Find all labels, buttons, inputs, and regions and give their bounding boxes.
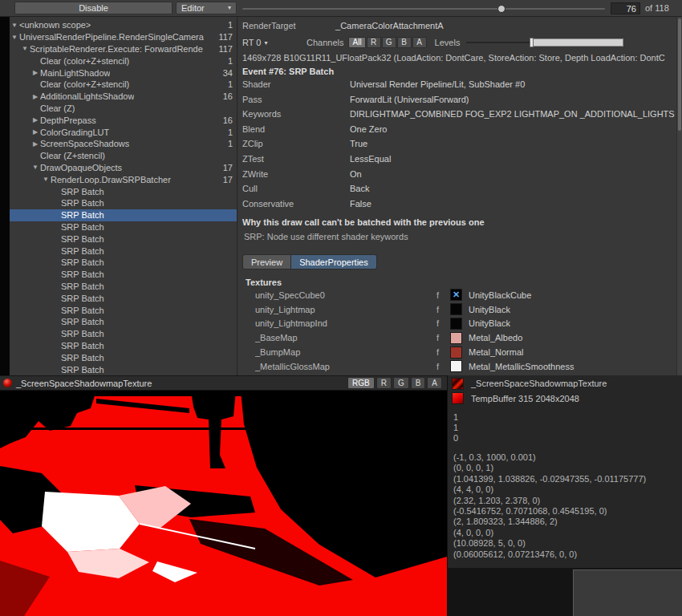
tree-row[interactable]: SRP Batch (10, 304, 237, 316)
tree-row[interactable]: ▶AdditionalLightsShadow16 (10, 91, 237, 103)
levels-label: Levels (435, 38, 461, 47)
event-title: Event #76: SRP Batch (242, 67, 334, 76)
rt-index-dropdown[interactable]: RT 0 ▾ (242, 38, 302, 47)
foldout-closed-icon[interactable]: ▶ (30, 69, 40, 76)
texture-flag: f (436, 290, 450, 300)
texture-row[interactable]: TempBuffer 315 2048x2048 (452, 391, 607, 407)
channel-button-r[interactable]: R (367, 37, 381, 48)
vector-value: (-0.5416752, 0.7071068, 0.4545195, 0) (453, 506, 646, 517)
render-target-row: RenderTarget _CameraColorAttachmentA (242, 21, 444, 30)
levels-slider-range[interactable] (533, 38, 624, 47)
foldout-open-icon[interactable]: ▼ (30, 164, 40, 171)
tree-row[interactable]: SRP Batch (10, 292, 237, 304)
texture-row[interactable]: _ScreenSpaceShadowmapTexture (452, 376, 607, 391)
preview-channel-g[interactable]: G (393, 377, 409, 389)
tree-row-label: SRP Batch (61, 282, 104, 291)
tab-shaderproperties[interactable]: ShaderProperties (291, 254, 377, 270)
tree-row[interactable]: SRP Batch (10, 245, 237, 257)
tree-row-label: Clear (color+Z+stencil) (40, 79, 129, 89)
scrollbar-thumb[interactable] (678, 18, 681, 131)
tree-row[interactable]: SRP Batch (10, 340, 237, 352)
tree-row[interactable]: Clear (color+Z+stencil)1 (10, 55, 237, 67)
tree-row[interactable]: SRP Batch (10, 269, 237, 281)
editor-target-dropdown[interactable]: Editor ▾ (176, 2, 237, 14)
foldout-closed-icon[interactable]: ▶ (30, 128, 40, 136)
tree-row[interactable]: SRP Batch (10, 233, 237, 245)
tree-row[interactable]: SRP Batch (10, 221, 237, 233)
foldout-open-icon[interactable]: ▼ (41, 176, 51, 183)
foldout-open-icon[interactable]: ▼ (10, 34, 19, 41)
tab-preview[interactable]: Preview (242, 254, 291, 270)
preview-channel-b[interactable]: B (411, 377, 426, 389)
channels-label: Channels (306, 38, 343, 47)
texture-row[interactable]: _BaseMapfMetal_Albedo (237, 330, 676, 345)
frame-slider[interactable] (242, 8, 605, 10)
tree-row[interactable]: SRP Batch (10, 209, 237, 221)
event-tree: ▼<unknown scope>1▼UniversalRenderPipelin… (10, 17, 237, 375)
frame-slider-thumb[interactable] (497, 5, 505, 13)
texture-row[interactable]: unity_SpecCube0fUnityBlackCube (237, 288, 676, 302)
toolbar: Disable Editor ▾ 76 of 118 (0, 0, 682, 17)
tree-row[interactable]: ▼ScriptableRenderer.Execute: ForwardRend… (10, 43, 237, 55)
texture-row[interactable]: _BumpMapfMetal_Normal (237, 345, 676, 359)
foldout-closed-icon[interactable]: ▶ (30, 93, 40, 100)
tree-row-label: DrawOpaqueObjects (40, 163, 122, 172)
texture-row[interactable]: _MetallicGlossMapfMetal_MetallicSmoothne… (237, 359, 676, 374)
details-scrollbar[interactable] (676, 17, 682, 375)
tree-row[interactable]: Clear (Z) (10, 103, 237, 115)
tree-row[interactable]: SRP Batch (10, 351, 237, 363)
property-label: ZWrite (242, 169, 350, 179)
vector-value: (2, 1.809323, 1.344886, 2) (453, 517, 646, 527)
tree-row[interactable]: SRP Batch (10, 185, 237, 197)
preview-channel-r[interactable]: R (376, 377, 392, 389)
preview-channel-a[interactable]: A (427, 377, 442, 389)
channel-buttons: AllRGBA (348, 37, 426, 48)
channel-button-b[interactable]: B (397, 37, 412, 48)
tree-row[interactable]: ▶DepthPrepass16 (10, 114, 237, 126)
foldout-open-icon[interactable]: ▼ (10, 22, 19, 29)
tree-row[interactable]: ▶ColorGradingLUT1 (10, 126, 237, 138)
tree-row[interactable]: SRP Batch (10, 316, 237, 328)
tree-row[interactable]: ▼RenderLoop.DrawSRPBatcher17 (10, 173, 237, 185)
frame-number-input[interactable]: 76 (611, 2, 640, 14)
property-row: ZWriteOn (242, 169, 679, 184)
frame-total-label: of 118 (645, 3, 669, 13)
tree-row[interactable]: ▼DrawOpaqueObjects17 (10, 162, 237, 174)
foldout-closed-icon[interactable]: ▶ (30, 140, 40, 148)
tree-row-label: Clear (Z+stencil) (40, 151, 105, 160)
shader-values-panel: _ScreenSpaceShadowmapTextureTempBuffer 3… (448, 375, 682, 568)
foldout-closed-icon[interactable]: ▶ (30, 116, 40, 124)
tree-row[interactable]: Clear (Z+stencil) (10, 150, 237, 162)
channel-button-all[interactable]: All (348, 37, 365, 48)
chevron-down-icon: ▾ (228, 2, 231, 14)
channel-button-g[interactable]: G (382, 37, 396, 48)
tree-row[interactable]: SRP Batch (10, 257, 237, 269)
levels-slider[interactable] (466, 38, 623, 47)
levels-slider-thumb[interactable] (530, 38, 534, 47)
detail-tabs: PreviewShaderProperties (242, 254, 377, 270)
texture-value: Metal_MetallicSmoothness (469, 362, 574, 371)
texture-row[interactable]: unity_LightmapfUnityBlack (237, 302, 676, 317)
tree-row[interactable]: SRP Batch (10, 363, 237, 375)
disable-button[interactable]: Disable (14, 2, 173, 14)
texture-row[interactable]: unity_LightmapIndfUnityBlack (237, 317, 676, 331)
property-row: ZTestLessEqual (242, 154, 679, 169)
channel-button-a[interactable]: A (412, 37, 427, 48)
tree-row-label: SRP Batch (61, 246, 104, 256)
preview-channel-rgb[interactable]: RGB (347, 377, 375, 389)
texture-thumbnail-icon (452, 378, 464, 390)
tree-row[interactable]: SRP Batch (10, 281, 237, 293)
tree-row[interactable]: SRP Batch (10, 197, 237, 209)
foldout-open-icon[interactable]: ▼ (20, 45, 30, 52)
preview-titlebar[interactable]: _ScreenSpaceShadowmapTexture RGBRGBA (0, 375, 447, 391)
tree-row[interactable]: Clear (color+Z+stencil)1 (10, 79, 237, 91)
property-label: Conservative (242, 199, 350, 209)
tree-row[interactable]: ▶ScreenSpaceShadows1 (10, 138, 237, 150)
tree-row-label: ScriptableRenderer.Execute: ForwardRende (30, 44, 203, 54)
texture-value: Metal_Normal (469, 347, 523, 357)
tree-row[interactable]: ▼UniversalRenderPipeline.RenderSingleCam… (10, 31, 237, 43)
tree-row[interactable]: SRP Batch (10, 328, 237, 340)
tree-row-label: SRP Batch (61, 222, 104, 232)
tree-row[interactable]: ▼<unknown scope>1 (10, 19, 237, 31)
tree-row[interactable]: ▶MainLightShadow34 (10, 67, 237, 79)
